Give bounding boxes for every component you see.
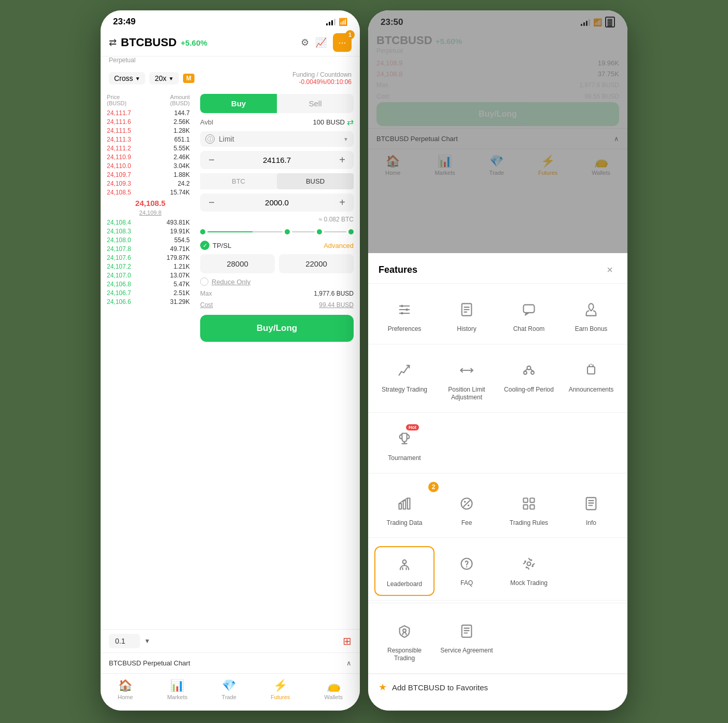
bid-row: 24,107.21.21K: [107, 262, 194, 271]
feature-responsible-trading[interactable]: Responsible Trading: [374, 614, 435, 669]
faq-label: FAQ: [460, 579, 473, 588]
feature-faq[interactable]: FAQ: [437, 546, 497, 596]
amount-input[interactable]: 2000.0: [222, 198, 332, 207]
amount-input-row[interactable]: − 2000.0 +: [200, 193, 354, 212]
feature-fee[interactable]: Fee: [437, 486, 497, 534]
divider-1: [368, 473, 627, 474]
feature-service-agreement[interactable]: Service Agreement: [437, 614, 497, 669]
features-grid-row3: Hot Tournament: [368, 413, 627, 469]
feature-cooling-off[interactable]: Cooling-off Period: [499, 353, 559, 408]
buy-long-button[interactable]: Buy/Long: [200, 315, 354, 342]
leverage-select[interactable]: 20x ▼: [149, 72, 178, 85]
tpsl-row: ✓ TP/SL Advanced: [200, 241, 354, 250]
limit-label[interactable]: Limit: [219, 135, 339, 143]
perpetual-label: Perpetual: [101, 57, 360, 67]
feature-preferences[interactable]: Preferences: [374, 292, 435, 340]
fee-icon: [455, 492, 478, 515]
ask-row: 24,110.92.46K: [107, 152, 194, 161]
current-price: 24,108.5: [107, 197, 194, 210]
transfer-icon[interactable]: ⇄: [347, 117, 354, 127]
cross-select[interactable]: Cross ▼: [109, 72, 145, 85]
qty-input[interactable]: 0.1: [109, 634, 140, 648]
feature-trading-data[interactable]: 2 Trading Data: [374, 486, 435, 534]
feature-trading-rules[interactable]: Trading Rules: [499, 486, 559, 534]
trading-data-label: Trading Data: [387, 519, 423, 527]
nav-wallets-left[interactable]: 👝 Wallets: [324, 679, 343, 700]
features-title: Features: [379, 265, 417, 275]
svg-point-39: [527, 562, 531, 566]
feature-leaderboard[interactable]: Leaderboard: [374, 546, 435, 596]
buy-tab[interactable]: Buy: [200, 94, 277, 113]
nav-futures-left[interactable]: ⚡ Futures: [271, 679, 290, 700]
bids-list: 24,108.4493.81K 24,108.319.91K 24,108.05…: [107, 218, 194, 306]
busd-tab[interactable]: BUSD: [277, 173, 354, 189]
ask-row: 24,111.7144.7: [107, 108, 194, 117]
advanced-link[interactable]: Advanced: [324, 242, 354, 249]
svg-rect-26: [530, 498, 534, 502]
feature-chat-room[interactable]: Chat Room: [499, 292, 559, 340]
reduce-only-circle: [200, 277, 208, 286]
feature-announcements[interactable]: Announcements: [561, 353, 621, 408]
empty-cell-2: [499, 614, 559, 669]
feature-mock-trading[interactable]: Mock Trading: [499, 546, 559, 596]
btc-tab[interactable]: BTC: [200, 173, 277, 189]
sell-tab[interactable]: Sell: [277, 94, 354, 113]
price-input-row[interactable]: − 24116.7 +: [200, 151, 354, 169]
limit-dropdown-icon[interactable]: ▼: [343, 136, 348, 142]
svg-point-44: [403, 629, 406, 632]
price-plus-btn[interactable]: +: [336, 154, 348, 166]
svg-point-12: [527, 366, 531, 370]
feature-tournament[interactable]: Hot Tournament: [374, 421, 435, 469]
nav-markets-left[interactable]: 📊 Markets: [167, 679, 187, 700]
avbl-label: Avbl: [200, 118, 213, 126]
ask-row: 24,111.25.55K: [107, 144, 194, 152]
close-button[interactable]: ×: [603, 262, 617, 277]
features-grid-row5: Leaderboard FAQ Mock Trading: [368, 538, 627, 601]
empty-cell-3: [561, 614, 621, 669]
amount-plus-btn[interactable]: +: [336, 197, 348, 208]
feature-history[interactable]: History: [437, 292, 497, 340]
amount-minus-btn[interactable]: −: [205, 197, 218, 208]
feature-earn-bonus[interactable]: Earn Bonus: [561, 292, 621, 340]
sl-input[interactable]: 22000: [279, 254, 354, 273]
tp-input[interactable]: 28000: [200, 254, 275, 273]
info-circle[interactable]: ⓘ: [205, 134, 215, 144]
chart-chevron-left[interactable]: ∧: [346, 659, 352, 667]
features-grid-row6: Responsible Trading Service Agreement: [368, 605, 627, 674]
price-input[interactable]: 24116.7: [222, 156, 332, 164]
feature-info[interactable]: Info: [561, 486, 621, 534]
feature-position-limit[interactable]: Position Limit Adjustment: [437, 353, 497, 408]
equalizer-icon[interactable]: ⚙: [301, 37, 309, 48]
grid-icon[interactable]: ⊞: [343, 635, 352, 647]
m-badge: M: [183, 74, 194, 83]
swap-icon[interactable]: ⇄: [109, 37, 117, 48]
ticker-symbol[interactable]: BTCBUSD: [121, 36, 177, 49]
chat-room-icon: [517, 298, 540, 321]
qty-chevron[interactable]: ▼: [144, 637, 150, 645]
mock-trading-label: Mock Trading: [510, 579, 548, 588]
trading-data-icon: [393, 492, 416, 515]
nav-trade-left[interactable]: 💎 Trade: [222, 679, 236, 700]
bg-dimmer[interactable]: [368, 10, 627, 253]
svg-rect-28: [530, 505, 534, 509]
menu-button[interactable]: ··· 1: [333, 33, 352, 52]
mock-trading-icon: [517, 552, 540, 575]
trading-rules-label: Trading Rules: [510, 519, 548, 527]
reduce-only[interactable]: Reduce Only: [200, 277, 354, 286]
favorites-row[interactable]: ★ Add BTCBUSD to Favorites: [368, 674, 627, 700]
amount-slider[interactable]: [200, 227, 354, 237]
price-minus-btn[interactable]: −: [205, 154, 218, 166]
divider-2: [368, 603, 627, 603]
chart-bar-left[interactable]: BTCBUSD Perpetual Chart ∧: [101, 652, 360, 673]
features-sheet: Features × Preferences History: [368, 253, 627, 711]
cooling-off-label: Cooling-off Period: [504, 386, 554, 394]
tpsl-inputs: 28000 22000: [200, 254, 354, 273]
chart-icon[interactable]: 📈: [315, 37, 327, 48]
ask-row: 24,110.03.04K: [107, 161, 194, 170]
feature-strategy-trading[interactable]: Strategy Trading: [374, 353, 435, 408]
buy-sell-tabs[interactable]: Buy Sell: [200, 94, 354, 113]
features-overlay: Features × Preferences History: [368, 10, 627, 711]
nav-home-left[interactable]: 🏠 Home: [118, 679, 133, 700]
ref-price: 24,109.8: [107, 210, 194, 216]
bid-row: 24,108.0554.5: [107, 235, 194, 244]
